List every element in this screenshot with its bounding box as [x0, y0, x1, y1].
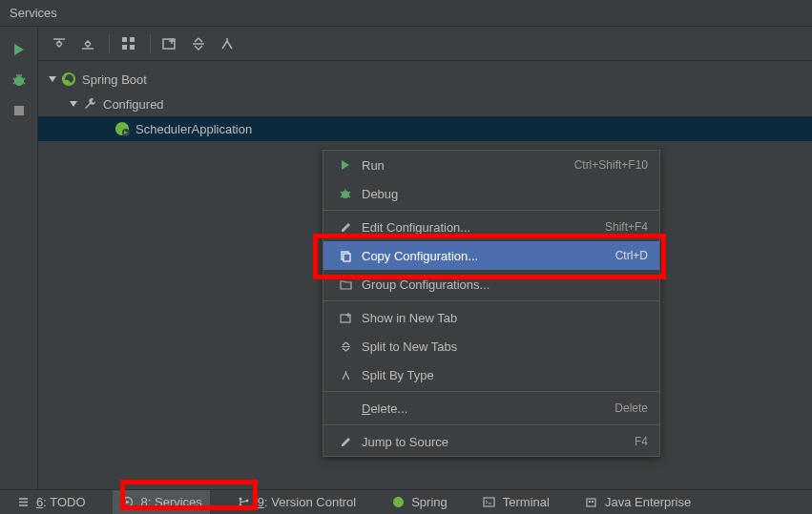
tab-services[interactable]: 8: Services: [113, 490, 210, 514]
menu-shortcut: F4: [635, 435, 648, 448]
enterprise-icon: [584, 496, 599, 508]
svg-rect-6: [122, 45, 127, 50]
menu-label: Show in New Tab: [362, 311, 648, 325]
menu-label: Debug: [362, 187, 648, 201]
menu-label: Run: [362, 158, 574, 173]
menu-run[interactable]: Run Ctrl+Shift+F10: [323, 151, 659, 179]
menu-label: Group Configurations...: [362, 278, 648, 292]
svg-point-2: [20, 74, 22, 76]
stop-button[interactable]: [8, 99, 31, 122]
menu-shortcut: Shift+F4: [605, 220, 648, 234]
panel-title: Services: [10, 6, 57, 20]
folder-icon: [335, 278, 356, 291]
toolbar-separator: [150, 34, 151, 53]
svg-rect-18: [484, 498, 494, 506]
debug-button[interactable]: [8, 69, 31, 92]
new-tab-icon: [335, 312, 356, 324]
menu-separator: [323, 391, 659, 392]
svg-rect-7: [130, 45, 135, 50]
tree-label: SchedulerApplication: [135, 122, 252, 136]
menu-debug[interactable]: Debug: [323, 179, 659, 208]
new-tab-icon[interactable]: [156, 31, 183, 57]
tab-version-control[interactable]: 9: Version Control: [229, 490, 364, 514]
terminal-icon: [482, 496, 497, 508]
tab-todo[interactable]: 6: TODO: [8, 490, 94, 514]
split-tabs-icon[interactable]: [185, 31, 212, 57]
pencil-icon: [335, 436, 356, 448]
tree-label: Spring Boot: [82, 72, 147, 87]
services-icon: [120, 496, 135, 508]
spring-run-icon: [113, 121, 132, 136]
tab-label: 8: Services: [141, 495, 202, 509]
play-icon: [335, 159, 356, 171]
svg-point-10: [342, 191, 349, 198]
bug-icon: [335, 187, 356, 200]
menu-separator: [323, 210, 659, 211]
split-type-icon[interactable]: [214, 31, 240, 57]
tree-node-springboot[interactable]: Spring Boot: [38, 67, 812, 92]
menu-label: Delete...: [362, 401, 614, 416]
menu-separator: [323, 424, 659, 425]
menu-label: Edit Configuration...: [362, 220, 605, 235]
copy-icon: [335, 250, 356, 262]
menu-delete[interactable]: Delete... Delete: [323, 394, 659, 422]
menu-label: Jump to Source: [362, 435, 635, 449]
wrench-icon: [80, 97, 99, 111]
menu-shortcut: Ctrl+D: [615, 249, 648, 262]
svg-point-1: [16, 74, 18, 76]
list-icon: [15, 496, 31, 508]
svg-rect-4: [122, 37, 127, 42]
chevron-down-icon[interactable]: [46, 74, 59, 84]
svg-rect-19: [587, 499, 595, 506]
panel-header: Services: [0, 0, 812, 27]
spring-icon: [59, 72, 78, 87]
tab-terminal[interactable]: Terminal: [474, 490, 557, 514]
menu-split-tabs[interactable]: Split to New Tabs: [323, 332, 659, 360]
collapse-all-icon[interactable]: [74, 31, 101, 57]
menu-shortcut: Ctrl+Shift+F10: [574, 158, 648, 172]
branch-icon: [237, 496, 252, 508]
left-gutter: [0, 27, 38, 489]
tree-node-scheduler-app[interactable]: SchedulerApplication: [38, 116, 812, 141]
menu-copy-config[interactable]: Copy Configuration... Ctrl+D: [323, 241, 659, 270]
expand-all-icon[interactable]: [46, 31, 73, 57]
tab-label: 9: Version Control: [258, 495, 356, 509]
svg-rect-21: [592, 501, 593, 503]
split-icon: [335, 340, 356, 353]
services-toolbar: [38, 27, 812, 61]
chevron-down-icon[interactable]: [67, 99, 80, 109]
context-menu: Run Ctrl+Shift+F10 Debug Edit Configurat…: [323, 150, 660, 457]
menu-jump-source[interactable]: Jump to Source F4: [323, 427, 659, 456]
group-by-icon[interactable]: [115, 31, 142, 57]
svg-rect-12: [344, 254, 350, 261]
menu-label: Copy Configuration...: [362, 249, 615, 263]
split-type-icon: [335, 369, 356, 381]
bottom-toolwindow-bar: 6: TODO 8: Services 9: Version Control S…: [0, 489, 812, 514]
spring-icon: [390, 496, 406, 508]
tab-spring[interactable]: Spring: [383, 490, 455, 514]
tab-java-enterprise[interactable]: Java Enterprise: [576, 490, 698, 514]
menu-new-tab[interactable]: Show in New Tab: [323, 303, 659, 332]
tree-node-configured[interactable]: Configured: [38, 92, 812, 116]
toolbar-separator: [109, 34, 110, 53]
svg-point-0: [14, 76, 24, 86]
run-button[interactable]: [8, 38, 31, 61]
svg-rect-3: [14, 106, 24, 115]
tab-label: Java Enterprise: [605, 495, 691, 509]
svg-rect-20: [589, 501, 591, 503]
menu-label: Split By Type: [362, 368, 648, 382]
svg-rect-5: [130, 37, 135, 42]
tab-label: Spring: [411, 495, 448, 509]
menu-group-config[interactable]: Group Configurations...: [323, 270, 659, 298]
menu-edit-config[interactable]: Edit Configuration... Shift+F4: [323, 213, 659, 241]
tab-label: Terminal: [503, 495, 550, 509]
menu-shortcut: Delete: [614, 401, 648, 415]
menu-label: Split to New Tabs: [362, 339, 648, 354]
menu-separator: [323, 300, 659, 301]
pencil-icon: [335, 221, 356, 234]
tree-label: Configured: [103, 97, 164, 112]
tab-label: 6: TODO: [36, 495, 86, 509]
menu-split-type[interactable]: Split By Type: [323, 360, 659, 389]
